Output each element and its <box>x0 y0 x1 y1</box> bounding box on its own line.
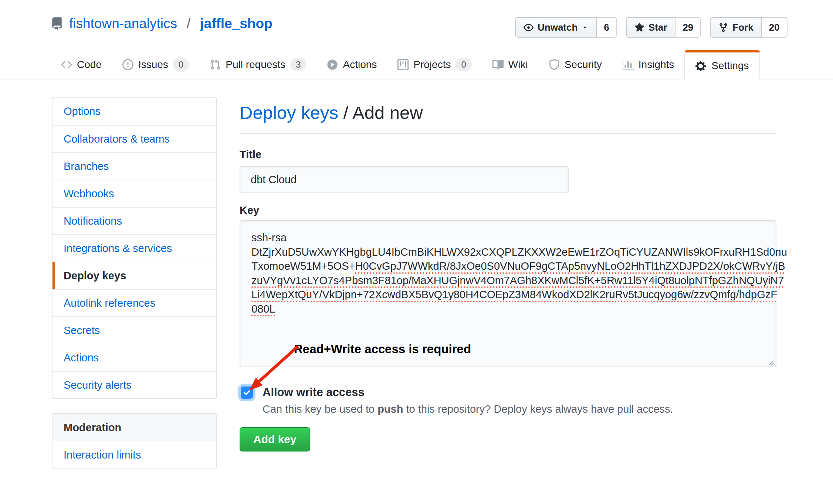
tab-actions[interactable]: Actions <box>316 50 387 79</box>
tab-issues-label: Issues <box>138 59 168 71</box>
write-access-help-text: Can this key be used to push to this rep… <box>263 403 776 415</box>
sidebar-item-interaction-limits[interactable]: Interaction limits <box>53 441 216 469</box>
repo-header: fishtown-analytics / jaffle_shop <box>51 16 272 31</box>
sidebar-item-integrations-services[interactable]: Integrations & services <box>53 234 216 262</box>
tab-pull-requests-counter: 3 <box>290 58 306 71</box>
key-text-segment-misspelled: H0CvGpJ7WWkdR/8JxOe0S0VNuOF9gCTAp5nvyNLo… <box>355 260 785 272</box>
tab-projects[interactable]: Projects0 <box>387 50 482 79</box>
key-text-line: 080L <box>251 302 765 316</box>
sidebar-item-secrets[interactable]: Secrets <box>53 316 216 344</box>
tab-security[interactable]: Security <box>538 50 612 79</box>
tab-issues[interactable]: Issues0 <box>112 50 199 79</box>
pull-request-icon <box>210 59 221 70</box>
key-field-label: Key <box>240 204 776 217</box>
watch-button-label: Unwatch <box>538 22 578 33</box>
key-text-line: Li4WepXtQuY/VkDjpn+72XcwdBX5BvQ1y80H4COE… <box>251 287 765 302</box>
repo-book-icon <box>51 17 63 30</box>
fork-icon <box>718 23 728 33</box>
star-button-group: Star29 <box>626 17 701 38</box>
heading-divider <box>240 133 776 134</box>
fork-count[interactable]: 20 <box>762 17 788 38</box>
fork-button-group: Fork20 <box>710 17 787 38</box>
sidebar-item-options[interactable]: Options <box>53 98 216 125</box>
key-text-segment-misspelled: zuVYgVv1cLYO7s4Pbsm3F81op/MaXHUGjnwV4Om7… <box>251 275 784 286</box>
gear-icon <box>695 60 707 71</box>
moderation-nav-box: Moderation Interaction limits <box>52 413 217 469</box>
code-icon <box>61 59 72 70</box>
wiki-icon <box>492 59 504 70</box>
tab-insights-label: Insights <box>639 59 674 71</box>
key-text-line: ssh-rsa <box>251 231 765 245</box>
allow-write-access-checkbox[interactable] <box>241 386 253 399</box>
key-text-segment: ssh-rsa <box>251 232 287 244</box>
sidebar-item-branches[interactable]: Branches <box>53 152 216 180</box>
allow-write-access-label[interactable]: Allow write access <box>263 386 365 399</box>
deploy-keys-breadcrumb-link[interactable]: Deploy keys <box>240 103 338 123</box>
tab-issues-counter: 0 <box>173 58 189 71</box>
repo-name-link[interactable]: jaffle_shop <box>200 16 272 31</box>
sidebar-item-deploy-keys[interactable]: Deploy keys <box>53 262 216 289</box>
tab-pull-requests[interactable]: Pull requests3 <box>199 50 316 79</box>
eye-icon <box>524 23 534 33</box>
github-settings-page: fishtown-analytics / jaffle_shop Unwatch… <box>0 0 833 504</box>
watch-count[interactable]: 6 <box>597 17 617 38</box>
star-button[interactable]: Star <box>626 17 676 38</box>
repo-owner-link[interactable]: fishtown-analytics <box>69 16 177 31</box>
repo-path-separator: / <box>187 16 190 31</box>
sidebar-item-collaborators-teams[interactable]: Collaborators & teams <box>53 125 216 152</box>
checkmark-icon <box>243 388 251 397</box>
star-count[interactable]: 29 <box>675 17 701 38</box>
issue-icon <box>122 59 133 70</box>
graph-icon <box>623 59 634 70</box>
tab-settings[interactable]: Settings <box>684 50 760 79</box>
tab-insights[interactable]: Insights <box>612 50 685 79</box>
sidebar-item-security-alerts[interactable]: Security alerts <box>53 371 216 398</box>
sidebar-item-autolink-references[interactable]: Autolink references <box>53 289 216 316</box>
tab-code-label: Code <box>77 59 102 71</box>
fork-button[interactable]: Fork <box>710 17 762 38</box>
settings-nav-box: OptionsCollaborators & teamsBranchesWebh… <box>52 97 217 399</box>
fork-button-label: Fork <box>732 22 753 33</box>
tab-projects-label: Projects <box>413 59 451 71</box>
project-icon <box>397 59 409 70</box>
tab-wiki-label: Wiki <box>508 59 528 71</box>
key-text-segment-misspelled: Li4WepXtQuY/VkDjpn+72XcwdBX5BvQ1y80H4COE… <box>251 289 777 300</box>
tab-settings-label: Settings <box>711 60 749 72</box>
tab-projects-counter: 0 <box>456 58 471 71</box>
tab-wiki[interactable]: Wiki <box>482 50 538 79</box>
key-text-line: DtZjrXuD5UwXwYKHgbgLU4IbCmBiKHLWX92xCXQP… <box>251 245 765 259</box>
repo-action-buttons: Unwatch6Star29Fork20 <box>515 17 788 38</box>
tab-actions-label: Actions <box>343 59 377 71</box>
settings-sidebar: OptionsCollaborators & teamsBranchesWebh… <box>52 97 217 469</box>
breadcrumb-current: Add new <box>352 103 423 123</box>
main-content: Deploy keys / Add new Title Key ssh-rsaD… <box>240 102 776 452</box>
breadcrumb-separator: / <box>338 103 352 123</box>
key-text-segment: DtZjrXuD5UwXwYKHgbgLU4IbCmBiKHLWX92xCXQP… <box>251 246 787 258</box>
caret-down-icon <box>582 24 588 31</box>
repo-nav-tabs: CodeIssues0Pull requests3ActionsProjects… <box>0 50 833 79</box>
play-icon <box>327 59 338 70</box>
textarea-resize-grip[interactable] <box>765 356 775 365</box>
sidebar-item-webhooks[interactable]: Webhooks <box>53 180 216 207</box>
add-key-button[interactable]: Add key <box>240 427 310 452</box>
watch-button-group: Unwatch6 <box>515 17 617 38</box>
key-textarea[interactable]: ssh-rsaDtZjrXuD5UwXwYKHgbgLU4IbCmBiKHLWX… <box>240 220 776 367</box>
allow-write-access-row: Allow write access <box>240 386 776 399</box>
key-text-segment: TxomoeW51M+5OS+ <box>251 260 355 272</box>
title-field-label: Title <box>240 149 776 161</box>
page-title: Deploy keys / Add new <box>240 102 776 123</box>
key-text-segment-misspelled: 080L <box>251 303 275 315</box>
key-text-line: TxomoeW51M+5OS+H0CvGpJ7WWkdR/8JxOe0S0VNu… <box>251 259 765 273</box>
tab-security-label: Security <box>565 59 602 71</box>
key-text-line: zuVYgVv1cLYO7s4Pbsm3F81op/MaXHUGjnwV4Om7… <box>251 273 765 288</box>
shield-icon <box>549 59 560 70</box>
unwatch-button[interactable]: Unwatch <box>515 17 597 38</box>
sidebar-item-notifications[interactable]: Notifications <box>53 207 216 234</box>
tab-pull-requests-label: Pull requests <box>226 59 285 71</box>
moderation-header: Moderation <box>53 414 216 441</box>
tab-code[interactable]: Code <box>51 50 112 79</box>
title-input[interactable] <box>240 166 569 193</box>
sidebar-item-actions[interactable]: Actions <box>53 344 216 371</box>
star-button-label: Star <box>649 22 667 33</box>
star-icon <box>634 23 644 33</box>
